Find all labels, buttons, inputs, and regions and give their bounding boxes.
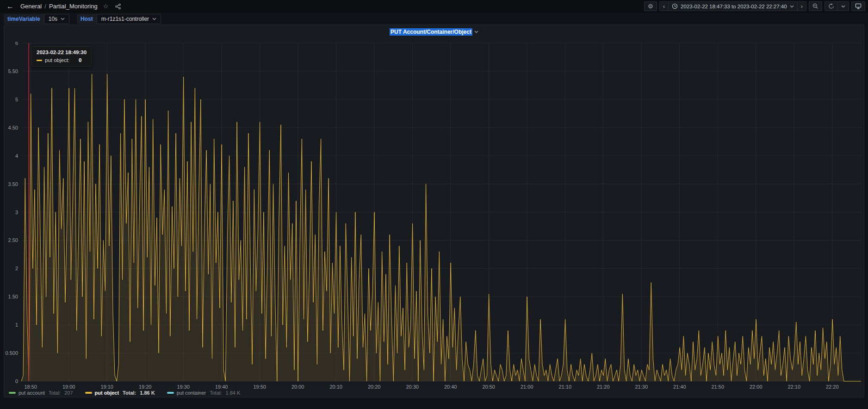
variable-timevariable: timeVariable 10s (4, 14, 69, 24)
tooltip-series-color-dash (37, 60, 42, 61)
timeseries-panel: PUT Account/Container/Object 00.50011.50… (4, 25, 864, 397)
time-shift-forward-button[interactable]: › (798, 1, 806, 11)
panel-header[interactable]: PUT Account/Container/Object (4, 25, 864, 39)
tooltip-series-row: put object: 0 (37, 57, 87, 63)
svg-text:21:50: 21:50 (711, 384, 724, 390)
legend-item-put-container[interactable]: put container Total: 1.84 K (167, 390, 241, 396)
svg-text:22:00: 22:00 (750, 384, 763, 390)
top-navbar: ← General / Partial_Monitoring ☆ ⚙ (0, 0, 868, 12)
breadcrumb-dashboard[interactable]: Partial_Monitoring (49, 3, 98, 10)
variable-host-label: Host (77, 14, 97, 24)
svg-text:4: 4 (15, 153, 18, 159)
svg-text:1: 1 (15, 322, 18, 328)
chart-tooltip: 2023-02-22 18:49:30 put object: 0 (31, 46, 92, 67)
svg-text:0: 0 (15, 378, 18, 384)
svg-text:21:40: 21:40 (673, 384, 686, 390)
variable-host-dropdown[interactable]: m-r1z1s1-controller (97, 14, 161, 24)
svg-text:20:10: 20:10 (329, 384, 342, 390)
legend-total-put-container: 1.84 K (226, 390, 241, 396)
svg-text:3: 3 (15, 210, 18, 215)
svg-text:4.50: 4.50 (8, 125, 18, 130)
share-icon[interactable] (115, 3, 121, 10)
svg-text:2.50: 2.50 (8, 237, 18, 243)
svg-text:20:20: 20:20 (368, 384, 381, 390)
zoom-out-icon (812, 3, 818, 9)
svg-text:2: 2 (15, 266, 18, 271)
star-icon[interactable]: ☆ (103, 3, 109, 10)
legend-label-put-container: put container (177, 390, 206, 396)
refresh-icon (828, 3, 834, 9)
variable-host-value: m-r1z1s1-controller (101, 16, 149, 22)
time-range-controls: ‹ 2023-02-22 18:47:33 to 2023-02-22 22:2… (659, 1, 806, 11)
svg-text:20:00: 20:00 (291, 384, 304, 390)
svg-text:6: 6 (15, 42, 18, 46)
legend-total-label: Total: (210, 390, 222, 396)
panel-menu-chevron-icon[interactable] (474, 31, 478, 33)
svg-text:19:50: 19:50 (253, 384, 266, 390)
breadcrumb-separator: / (44, 3, 46, 10)
chart-area: 00.50011.5022.5033.5044.5055.50618:5019:… (5, 42, 863, 390)
breadcrumb: General / Partial_Monitoring (20, 3, 98, 10)
legend-label-put-object: put object (95, 390, 119, 396)
svg-text:3.50: 3.50 (8, 181, 18, 187)
svg-text:1.50: 1.50 (8, 294, 18, 299)
legend-label-put-account: put account (19, 390, 45, 396)
svg-text:21:20: 21:20 (597, 384, 610, 390)
dashboard-settings-button[interactable]: ⚙ (644, 1, 657, 11)
time-shift-back-button[interactable]: ‹ (659, 1, 669, 11)
refresh-controls (825, 1, 849, 11)
svg-text:21:30: 21:30 (635, 384, 648, 390)
refresh-button[interactable] (825, 1, 838, 11)
chevron-down-icon (152, 18, 156, 20)
clock-icon (672, 3, 678, 9)
grafana-app: ← General / Partial_Monitoring ☆ ⚙ (0, 0, 868, 409)
svg-text:22:10: 22:10 (787, 384, 800, 390)
legend-total-put-account: 207 (64, 390, 73, 396)
nav-left: ← General / Partial_Monitoring ☆ (5, 0, 121, 12)
variable-timevariable-dropdown[interactable]: 10s (44, 14, 69, 24)
chevron-left-icon: ‹ (663, 3, 665, 9)
legend-total-label: Total: (123, 390, 136, 396)
panel-legend: put account Total: 207 put object Total:… (9, 389, 240, 397)
time-range-label: 2023-02-22 18:47:33 to 2023-02-22 22:27:… (681, 4, 787, 9)
gear-icon: ⚙ (648, 3, 653, 9)
chevron-down-icon (61, 18, 65, 20)
svg-text:20:30: 20:30 (406, 384, 419, 390)
back-arrow-icon[interactable]: ← (5, 3, 16, 10)
tooltip-series-value: 0 (79, 57, 81, 63)
legend-item-put-object[interactable]: put object Total: 1.86 K (85, 390, 155, 396)
variable-timevariable-value: 10s (49, 16, 57, 22)
legend-color-put-object (85, 392, 92, 394)
chevron-right-icon: › (801, 3, 803, 9)
zoom-out-button[interactable] (809, 1, 822, 11)
refresh-interval-dropdown[interactable] (838, 1, 849, 11)
legend-total-label: Total: (49, 390, 61, 396)
svg-text:5: 5 (15, 97, 18, 102)
time-range-picker[interactable]: 2023-02-22 18:47:33 to 2023-02-22 22:27:… (669, 1, 798, 11)
panel-title[interactable]: PUT Account/Container/Object (390, 28, 472, 36)
svg-text:21:10: 21:10 (558, 384, 571, 390)
svg-text:21:00: 21:00 (521, 384, 533, 390)
svg-text:20:50: 20:50 (482, 384, 495, 390)
chevron-down-icon (841, 5, 845, 8)
nav-toolbar: ⚙ ‹ 2023-02-22 18:47:33 to 2023-02-22 22… (644, 1, 865, 11)
share-icon-glyph (115, 3, 121, 10)
legend-item-put-account[interactable]: put account Total: 207 (9, 390, 73, 396)
chevron-down-icon (790, 5, 794, 8)
legend-color-put-account (9, 392, 16, 394)
variable-timevariable-label: timeVariable (4, 14, 44, 24)
svg-text:5.50: 5.50 (8, 68, 18, 74)
dashboard-variables-row: timeVariable 10s Host m-r1z1s1-controlle… (4, 14, 161, 24)
svg-text:22:20: 22:20 (826, 384, 839, 390)
tooltip-series-name: put object: (45, 57, 69, 63)
legend-color-put-container (167, 392, 174, 394)
monitor-icon (855, 3, 862, 9)
svg-text:20:40: 20:40 (444, 384, 457, 390)
svg-text:0.500: 0.500 (5, 350, 18, 356)
variable-host: Host m-r1z1s1-controller (77, 14, 161, 24)
breadcrumb-section[interactable]: General (20, 3, 42, 10)
timeseries-plot[interactable]: 00.50011.5022.5033.5044.5055.50618:5019:… (5, 42, 863, 390)
cycle-view-mode-button[interactable] (851, 1, 865, 11)
tooltip-timestamp: 2023-02-22 18:49:30 (37, 50, 87, 55)
legend-total-put-object: 1.86 K (140, 390, 155, 396)
